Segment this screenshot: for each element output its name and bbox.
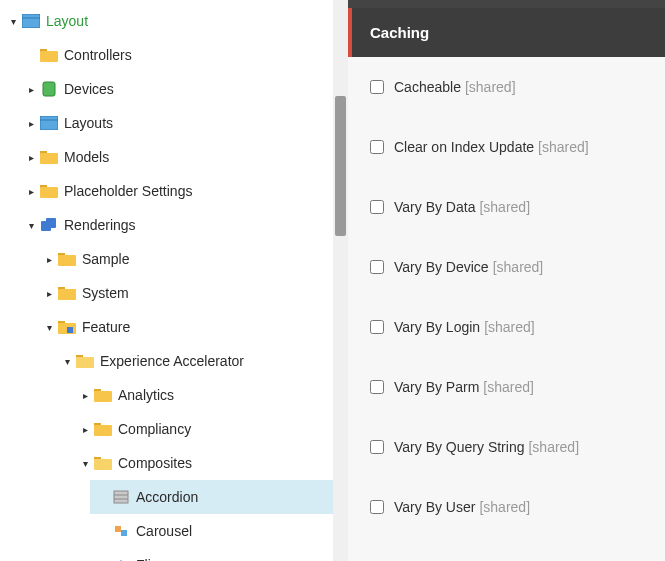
field-vary-by-user: Vary By User [shared] (348, 477, 665, 537)
checkbox-vary-by-login[interactable] (370, 320, 384, 334)
field-vary-by-login: Vary By Login [shared] (348, 297, 665, 357)
checkbox-vary-by-parm[interactable] (370, 380, 384, 394)
svg-rect-28 (114, 491, 128, 503)
svg-rect-23 (94, 391, 112, 402)
tree-node-models[interactable]: ▸ Models (18, 140, 333, 174)
svg-rect-16 (58, 289, 76, 300)
field-label: Vary By Login (394, 319, 480, 335)
tree-node-layouts[interactable]: ▸ Layouts (18, 106, 333, 140)
tree-label: Flip (136, 557, 159, 561)
tree-label: Layout (46, 13, 88, 29)
tree-node-renderings[interactable]: ▾ Renderings (18, 208, 333, 242)
tree-scrollbar[interactable] (333, 0, 348, 561)
tree-node-compliancy[interactable]: ▸ Compliancy (72, 412, 333, 446)
device-icon (40, 80, 58, 98)
svg-rect-10 (40, 187, 58, 198)
shared-badge: [shared] (465, 79, 516, 95)
scrollbar-thumb[interactable] (335, 96, 346, 236)
tree-label: System (82, 285, 129, 301)
tree-node-system[interactable]: ▸ System (36, 276, 333, 310)
layout-icon (40, 114, 58, 132)
tree-node-analytics[interactable]: ▸ Analytics (72, 378, 333, 412)
tree-node-composites[interactable]: ▾ Composites (72, 446, 333, 480)
tree-label: Devices (64, 81, 114, 97)
tree-label: Models (64, 149, 109, 165)
tree-node-controllers[interactable]: ▸ Controllers (18, 38, 333, 72)
tree-node-devices[interactable]: ▸ Devices (18, 72, 333, 106)
tree-node-placeholder-settings[interactable]: ▸ Placeholder Settings (18, 174, 333, 208)
chevron-down-icon[interactable]: ▾ (24, 218, 38, 232)
tree-label: Renderings (64, 217, 136, 233)
shared-badge: [shared] (538, 139, 589, 155)
svg-rect-12 (46, 218, 56, 228)
renderings-icon (40, 216, 58, 234)
field-vary-by-data: Vary By Data [shared] (348, 177, 665, 237)
section-title: Caching (370, 24, 429, 41)
svg-rect-31 (115, 526, 121, 532)
folder-icon (94, 386, 112, 404)
svg-rect-27 (94, 459, 112, 470)
tree-node-layout[interactable]: ▾ Layout (0, 4, 333, 38)
checkbox-cacheable[interactable] (370, 80, 384, 94)
editor-panel: Caching Cacheable [shared] Clear on Inde… (348, 0, 665, 561)
svg-rect-6 (40, 116, 58, 120)
tree-label: Composites (118, 455, 192, 471)
tree-label: Sample (82, 251, 129, 267)
folder-icon (40, 182, 58, 200)
svg-rect-25 (94, 425, 112, 436)
svg-rect-4 (43, 82, 55, 96)
field-cacheable: Cacheable [shared] (348, 57, 665, 117)
chevron-right-icon[interactable]: ▸ (24, 184, 38, 198)
chevron-down-icon[interactable]: ▾ (6, 14, 20, 28)
checkbox-clear-on-index-update[interactable] (370, 140, 384, 154)
folder-icon (58, 250, 76, 268)
tree-node-sample[interactable]: ▸ Sample (36, 242, 333, 276)
chevron-right-icon[interactable]: ▸ (42, 286, 56, 300)
accordion-icon (112, 488, 130, 506)
folder-open-icon (76, 352, 94, 370)
chevron-right-icon[interactable]: ▸ (24, 82, 38, 96)
checkbox-vary-by-device[interactable] (370, 260, 384, 274)
chevron-down-icon[interactable]: ▾ (78, 456, 92, 470)
svg-rect-14 (58, 255, 76, 266)
tree-node-feature[interactable]: ▾ Feature (36, 310, 333, 344)
svg-rect-8 (40, 153, 58, 164)
tree-node-flip[interactable]: ▸ Flip (90, 548, 333, 561)
content-tree[interactable]: ▾ Layout ▸ Controllers ▸ (0, 0, 333, 561)
chevron-right-icon[interactable]: ▸ (24, 150, 38, 164)
tree-node-experience-accelerator[interactable]: ▾ Experience Accelerator (54, 344, 333, 378)
folder-icon (40, 148, 58, 166)
tree-label: Accordion (136, 489, 198, 505)
field-label: Vary By Query String (394, 439, 524, 455)
carousel-icon (112, 522, 130, 540)
chevron-down-icon[interactable]: ▾ (60, 354, 74, 368)
checkbox-vary-by-data[interactable] (370, 200, 384, 214)
svg-rect-21 (76, 357, 94, 368)
folder-feature-icon (58, 318, 76, 336)
folder-open-icon (94, 454, 112, 472)
chevron-down-icon[interactable]: ▾ (42, 320, 56, 334)
shared-badge: [shared] (483, 379, 534, 395)
chevron-right-icon[interactable]: ▸ (78, 388, 92, 402)
chevron-right-icon[interactable]: ▸ (24, 116, 38, 130)
field-label: Clear on Index Update (394, 139, 534, 155)
checkbox-vary-by-user[interactable] (370, 500, 384, 514)
field-vary-by-query-string: Vary By Query String [shared] (348, 417, 665, 477)
tree-node-accordion[interactable]: ▸ Accordion (90, 480, 333, 514)
tree-label: Placeholder Settings (64, 183, 192, 199)
shared-badge: [shared] (484, 319, 535, 335)
field-label: Cacheable (394, 79, 461, 95)
chevron-right-icon[interactable]: ▸ (78, 422, 92, 436)
flip-icon (112, 556, 130, 561)
tree-label: Feature (82, 319, 130, 335)
tree-node-carousel[interactable]: ▸ Carousel (90, 514, 333, 548)
section-header[interactable]: Caching (348, 8, 665, 57)
checkbox-vary-by-query-string[interactable] (370, 440, 384, 454)
shared-badge: [shared] (479, 499, 530, 515)
field-vary-by-device: Vary By Device [shared] (348, 237, 665, 297)
svg-rect-3 (40, 51, 58, 62)
folder-icon (58, 284, 76, 302)
folder-icon (94, 420, 112, 438)
shared-badge: [shared] (528, 439, 579, 455)
chevron-right-icon[interactable]: ▸ (42, 252, 56, 266)
